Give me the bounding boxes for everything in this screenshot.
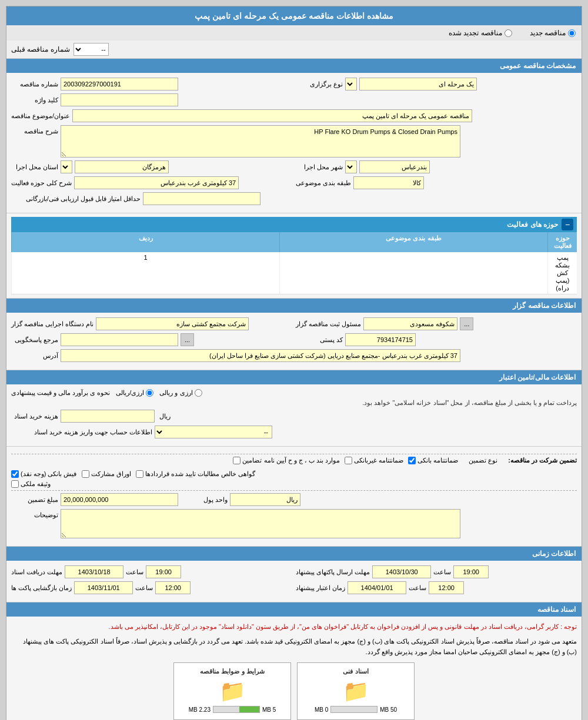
participation-label: تضمین شرکت در مناقصه: [508,457,577,464]
address-input [61,349,460,362]
notice1: توجه : کاربر گرامی، دریافت اسناد در مهلت… [11,621,577,632]
ref-input [61,333,178,346]
purchase-cost-input [61,410,155,423]
file1-fill [239,706,259,712]
send-date-label: مهلت ارسال پاکتهای پیشنهاد [296,568,370,576]
open-date-label: زمان بازگشایی پاکت ها [11,584,72,592]
file2-title: اسناد فنی [302,668,409,675]
open-time-input [155,581,191,594]
check-bank-guarantee[interactable]: ضمانتنامه بانکی [408,457,458,464]
ref-btn[interactable]: ... [181,333,194,346]
tender-number-input [61,78,178,91]
unit-label: واحد پول [181,496,228,504]
postal-input [345,333,416,346]
valid-time-label: ساعت [409,584,426,592]
notice-section-header: اسناد مناقصه [6,602,582,617]
city-label: شهر محل اجرا [296,163,343,171]
activity-scope-input [74,176,239,189]
subject-input [72,109,472,122]
province-input [75,160,169,173]
open-date-input [74,581,133,594]
payment-note-row: پرداخت تمام و یا بخشی از مبلغ مناقصه، از… [11,399,577,407]
general-section-header: مشخصات مناقصه عمومی [6,59,582,73]
file2-progress: 50 MB 0 MB [302,706,409,713]
valid-date-input [348,581,406,594]
unit-input [230,493,300,506]
category-input [353,176,424,189]
file1-progress-bar [213,706,260,713]
recv-date-label: مهلت دریافت اسناد [11,568,62,576]
desc-textarea[interactable] [61,509,460,538]
description-textarea[interactable] [61,125,460,158]
check-bonds[interactable]: اوراق مشارکت [82,470,131,478]
keyword-input[interactable] [61,93,178,106]
tender-number-label: شماره مناقصه [11,81,58,88]
send-time-input [453,565,489,578]
purchase-cost-label: هزینه خرید اسناد [11,413,58,420]
city-select[interactable]: ▼ [345,160,357,173]
account-select[interactable]: -- [155,426,272,438]
activity-table-cols: حوزه فعالیت طبقه بندی موضوعی ردیف [11,232,577,252]
responsible-input [363,317,457,330]
province-select[interactable]: ▼ [61,160,72,173]
subject-label: عنوان/موضوع مناقصه [11,112,70,120]
min-score-input [143,192,260,205]
responsible-btn[interactable]: ... [460,317,473,330]
province-label: استان محل اجرا [11,163,58,171]
activity-table-header: − حوزه های فعالیت [11,217,577,232]
check-bank-receipt[interactable]: گواهی خالص مطالبات تایید شده قراردادها [136,470,255,478]
radio-renewed-tender[interactable]: مناقصه تجدید شده [449,29,512,37]
radio-new-tender[interactable]: مناقصه جدید [530,29,576,37]
check-property[interactable]: وثیقه ملکی [11,480,51,488]
recv-date-input [65,565,123,578]
check-non-bank[interactable]: ضمانتنامه غیربانکی [345,457,403,464]
recv-time-input [146,565,181,578]
description-label: شرح مناقصه [11,125,58,135]
purchase-cost-unit: ریال [159,413,171,420]
category-label: طبقه بندی موضوعی [296,179,351,187]
file-box-technical: اسناد فنی 📁 50 MB 0 MB [297,662,415,720]
activity-scope-label: شرح کلی حوزه فعالیت [11,179,72,187]
activity-expand-btn[interactable]: − [562,219,573,230]
type-select[interactable]: ▼ [345,78,357,91]
type-input[interactable] [359,78,477,91]
keyword-label: کلید واژه [11,96,58,104]
send-time-label: ساعت [433,568,451,576]
check-cash[interactable]: فیش بانکی (وجه نقد) [11,470,77,478]
fin-method-label: نحوه ی برآورد مالی و قیمت پیشنهادی [11,389,110,397]
organizer-section-header: اطلاعات مناقصه گزار [6,299,582,313]
page-title: مشاهده اطلاعات مناقصه عمومی یک مرحله ای … [6,6,582,25]
time-section-header: اطلاعات زمانی [6,547,582,561]
file2-icon: 📁 [302,679,409,704]
open-time-label: ساعت [135,584,153,592]
fin-radio1[interactable]: ارزی/ریالی [116,389,153,397]
account-label: اطلاعات حساب جهت واریز هزینه خرید اسناد [11,428,152,436]
table-row: پمپ بشکه کش (پمپ دراه) 1 [11,252,577,294]
file-box-terms: شرایط و ضوابط مناقصه 📁 5 MB 2.23 MB [173,662,291,720]
amount-input [61,493,178,506]
file1-title: شرایط و ضوابط مناقصه [179,668,286,675]
ref-label: مرجع پاسخگویی [11,336,58,344]
notice2: متعهد می شود در اسناد مناقصه، صرفاً پذیر… [11,636,577,658]
city-input [359,160,430,173]
payment-note: پرداخت تمام و یا بخشی از مبلغ مناقصه، از… [362,399,577,407]
desc-label: توضیحات [11,509,58,519]
type-label-g: نوع تضمین [469,457,497,464]
check-other[interactable]: موارد بند ب ، ج و ح آیین نامه تضامین [233,457,340,464]
org-name-input [96,317,249,330]
recv-time-label: ساعت [126,568,143,576]
file1-progress: 5 MB 2.23 MB [179,706,286,713]
prev-tender-select[interactable]: -- [74,43,109,56]
org-name-label: نام دستگاه اجرایی مناقصه گزار [11,320,93,328]
file-download-area: اسناد فنی 📁 50 MB 0 MB شرایط و ضوابط منا… [11,662,577,720]
send-date-input [372,565,431,578]
prev-tender-label: شماره مناقصه قبلی [11,45,70,53]
financial-section-header: اطلاعات مالی/تامین اعتبار [6,370,582,384]
address-label: آدرس [11,352,58,360]
amount-label: مبلغ تضمین [11,496,58,504]
type-label: نوع برگزاری [296,81,343,88]
min-score-label: حداقل امتیاز قابل قبول ارزیابی فنی/بازرگ… [11,195,141,203]
valid-time-input [429,581,464,594]
responsible-label: مسئول ثبت مناقصه گزار [296,320,361,328]
fin-radio2[interactable]: ارزی و ریالی [159,389,202,397]
